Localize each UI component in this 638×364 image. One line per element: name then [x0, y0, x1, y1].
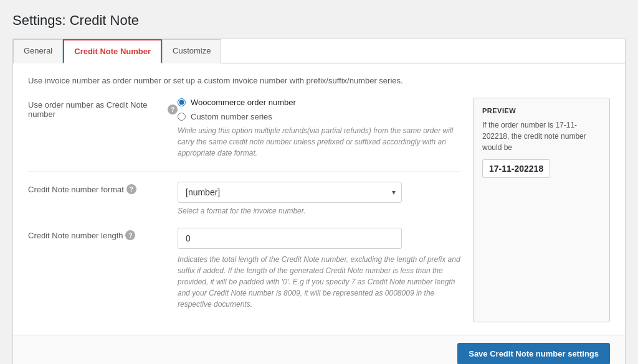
preview-label: PREVIEW	[482, 107, 601, 114]
order-number-help-icon[interactable]: ?	[168, 105, 178, 114]
custom-series-note: While using this option multiple refunds…	[178, 125, 460, 159]
save-credit-note-button[interactable]: Save Credit Note number settings	[457, 343, 610, 364]
content-preview-wrapper: Use order number as Credit Note number ?…	[28, 98, 610, 322]
order-number-options: Woocommerce order number Custom number s…	[178, 98, 460, 159]
radio-woo-order[interactable]: Woocommerce order number	[178, 98, 460, 107]
format-select[interactable]: [number] [number][suffix] [prefix][numbe…	[178, 182, 402, 203]
tab-customize[interactable]: Customize	[162, 39, 221, 63]
main-settings: Use order number as Credit Note number ?…	[28, 98, 460, 322]
order-number-label: Use order number as Credit Note number ?	[28, 98, 178, 119]
length-help-icon[interactable]: ?	[125, 230, 135, 240]
order-number-row: Use order number as Credit Note number ?…	[28, 98, 460, 159]
intro-text: Use invoice number as order number or se…	[28, 76, 464, 85]
tab-credit-note-number[interactable]: Credit Note Number	[63, 39, 162, 63]
length-note: Indicates the total length of the Credit…	[178, 254, 460, 310]
format-control: [number] [number][suffix] [prefix][numbe…	[178, 182, 460, 215]
preview-text: If the order number is 17-11-202218, the…	[482, 119, 601, 153]
footer-bar: Save Credit Note number settings	[13, 335, 625, 364]
radio-group: Woocommerce order number Custom number s…	[178, 98, 460, 121]
format-label: Credit Note number format ?	[28, 182, 178, 194]
radio-custom-series[interactable]: Custom number series	[178, 112, 460, 121]
length-input[interactable]	[178, 228, 402, 249]
page-title: Settings: Credit Note	[12, 12, 626, 29]
preview-box: PREVIEW If the order number is 17-11-202…	[473, 98, 610, 322]
format-row: Credit Note number format ? [number] [nu…	[28, 182, 460, 215]
tab-content: Use invoice number as order number or se…	[13, 63, 625, 335]
length-label: Credit Note number length ?	[28, 228, 178, 240]
length-control: Indicates the total length of the Credit…	[178, 228, 460, 310]
tab-general[interactable]: General	[13, 39, 63, 63]
length-row: Credit Note number length ? Indicates th…	[28, 228, 460, 310]
format-helper-text: Select a format for the invoice number.	[178, 207, 460, 215]
format-help-icon[interactable]: ?	[126, 184, 136, 194]
preview-value: 17-11-202218	[482, 159, 550, 178]
format-select-wrapper: [number] [number][suffix] [prefix][numbe…	[178, 182, 402, 203]
tabs-bar: General Credit Note Number Customize	[13, 39, 625, 63]
settings-card: General Credit Note Number Customize Use…	[12, 39, 626, 364]
